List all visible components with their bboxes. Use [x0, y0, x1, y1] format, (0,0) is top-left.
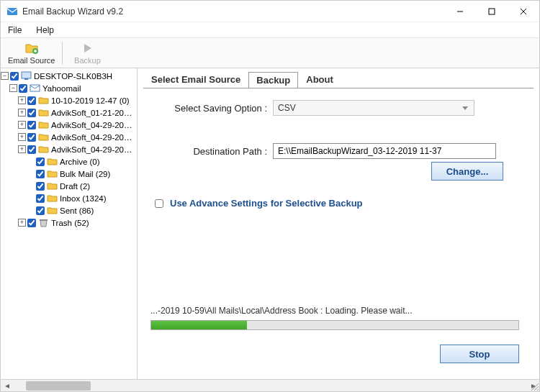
collapse-icon[interactable]: −: [9, 84, 17, 92]
backup-tool-label: Backup: [74, 56, 101, 65]
mailbox-icon: [30, 83, 40, 93]
resize-grip-icon[interactable]: [530, 382, 539, 391]
scroll-left-arrow[interactable]: ◂: [1, 380, 13, 392]
play-icon: [80, 41, 94, 55]
expand-icon[interactable]: +: [18, 96, 26, 104]
expand-icon[interactable]: +: [18, 219, 26, 227]
minimize-button[interactable]: [444, 1, 476, 22]
expand-icon[interactable]: +: [18, 133, 26, 141]
svg-rect-9: [40, 219, 48, 221]
change-button[interactable]: Change...: [431, 162, 503, 181]
folder-icon: [47, 193, 58, 203]
svg-rect-7: [24, 78, 28, 80]
folder-tree[interactable]: −DESKTOP-SLK0B3H −Yahoomail +10-10-2019 …: [1, 68, 138, 379]
account-label: Yahoomail: [42, 84, 81, 93]
folder-checkbox[interactable]: [27, 145, 36, 154]
leaf-checkbox[interactable]: [36, 206, 45, 215]
folder-label: AdvikSoft_04-29-2019 11: [51, 145, 134, 154]
folder-icon: [47, 206, 58, 215]
folder-icon: [47, 169, 58, 178]
progress-fill: [151, 321, 247, 329]
folder-icon: [47, 181, 58, 191]
leaf-checkbox[interactable]: [36, 170, 45, 178]
leaf-checkbox[interactable]: [36, 182, 45, 191]
app-icon: [6, 6, 18, 17]
folder-checkbox[interactable]: [27, 121, 36, 129]
computer-icon: [21, 71, 32, 81]
email-source-label: Email Source: [8, 56, 55, 65]
leaf-label: Sent (86): [60, 206, 94, 215]
destination-path-input[interactable]: [273, 143, 496, 159]
horizontal-scrollbar[interactable]: ◂ ▸: [1, 379, 539, 391]
saving-option-select[interactable]: CSV: [273, 100, 474, 116]
folder-checkbox[interactable]: [27, 133, 36, 142]
advance-settings-label: Use Advance Settings for Selective Backu…: [170, 198, 363, 209]
close-button[interactable]: [508, 1, 539, 22]
tab-about[interactable]: About: [298, 71, 341, 88]
folder-label: AdvikSoft_01-21-2018 10: [51, 109, 134, 117]
folder-label: 10-10-2019 12-47 (0): [51, 96, 130, 105]
advance-settings-checkbox[interactable]: [155, 199, 163, 208]
svg-rect-0: [7, 8, 17, 15]
tree-root-label: DESKTOP-SLK0B3H: [34, 72, 112, 81]
folder-icon: [38, 96, 49, 105]
leaf-label: Archive (0): [60, 158, 100, 166]
tab-strip: Select Email Source Backup About: [143, 71, 534, 88]
folder-icon: [38, 120, 49, 129]
folder-icon: [38, 145, 49, 154]
destination-path-label: Destination Path :: [150, 146, 273, 157]
toolbar-separator: [62, 42, 63, 65]
window-title: Email Backup Wizard v9.2: [22, 6, 444, 17]
tree-root-checkbox[interactable]: [10, 72, 19, 81]
svg-rect-2: [489, 9, 495, 14]
trash-label: Trash (52): [51, 219, 89, 227]
backup-tool-button: Backup: [66, 40, 109, 66]
folder-checkbox[interactable]: [27, 109, 36, 117]
maximize-button[interactable]: [476, 1, 508, 22]
leaf-label: Draft (2): [60, 182, 90, 191]
leaf-label: Inbox (1324): [60, 194, 107, 203]
leaf-label: Bulk Mail (29): [60, 170, 110, 178]
collapse-icon[interactable]: −: [1, 72, 9, 80]
titlebar: Email Backup Wizard v9.2: [1, 1, 539, 22]
folder-checkbox[interactable]: [27, 96, 36, 105]
folder-icon: [47, 157, 58, 166]
stop-button[interactable]: Stop: [440, 345, 519, 363]
saving-option-label: Select Saving Option :: [150, 103, 273, 114]
svg-rect-6: [22, 72, 31, 78]
expand-icon[interactable]: +: [18, 109, 26, 117]
folder-add-icon: [24, 41, 39, 55]
status-text: ...-2019 10-59\All Mails\Local\Address B…: [150, 306, 519, 316]
folder-label: AdvikSoft_04-29-2019 11: [51, 133, 134, 142]
progress-bar: [150, 320, 519, 330]
trash-icon: [38, 218, 49, 227]
folder-icon: [38, 132, 49, 142]
email-source-button[interactable]: Email Source: [4, 40, 59, 66]
menu-help[interactable]: Help: [29, 22, 61, 37]
backup-tab-page: Select Saving Option : CSV Destination P…: [143, 88, 534, 373]
leaf-checkbox[interactable]: [36, 158, 45, 166]
folder-label: AdvikSoft_04-29-2019 10: [51, 121, 134, 129]
scroll-thumb[interactable]: [26, 381, 91, 391]
menu-file[interactable]: File: [1, 22, 29, 37]
saving-option-value: CSV: [278, 103, 296, 113]
leaf-checkbox[interactable]: [36, 194, 45, 203]
toolbar: Email Source Backup: [1, 38, 539, 68]
menubar: File Help: [1, 22, 539, 38]
expand-icon[interactable]: +: [18, 121, 26, 129]
tab-select-source[interactable]: Select Email Source: [143, 71, 248, 88]
account-checkbox[interactable]: [19, 84, 27, 93]
tab-backup[interactable]: Backup: [248, 72, 298, 88]
expand-icon[interactable]: +: [18, 145, 26, 153]
trash-checkbox[interactable]: [27, 219, 36, 227]
folder-icon: [38, 108, 49, 117]
